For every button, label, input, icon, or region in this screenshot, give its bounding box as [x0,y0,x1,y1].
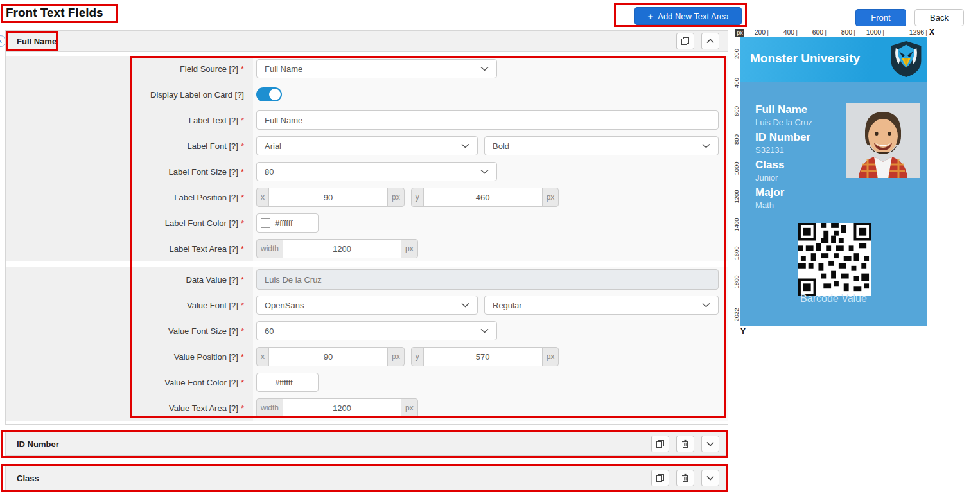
x-tick: 800 [825,28,855,36]
width-addon: width [256,239,283,258]
trash-icon [681,473,689,482]
card-field-label: ID Number [755,130,812,144]
delete-button[interactable] [676,470,694,486]
value-text-area-label: Value Text Area [?]* [6,395,253,421]
add-new-text-area-button[interactable]: + Add New Text Area [634,7,742,25]
expand-button[interactable] [701,436,719,452]
card-preview[interactable]: Monster University Full Name Luis De la … [740,37,927,326]
duplicate-button[interactable] [651,470,669,486]
qr-code [798,223,871,296]
y-addon: y [411,347,424,366]
value-font-row: Value Font [?]* OpenSans Regular [6,292,728,318]
card-field-value: Junior [755,172,812,184]
card-field-label: Full Name [755,103,812,116]
x-tick: 1296 [897,28,927,36]
label-position-label: Label Position [?]* [6,184,253,210]
value-text-area-row: Value Text Area [?]* width px [6,395,728,421]
card-field-value: S32131 [755,144,812,157]
value-position-y-input[interactable] [423,347,543,366]
value-font-size-label: Value Font Size [?]* [6,318,253,344]
add-new-text-area-label: Add New Text Area [658,12,728,21]
label-font-color-input[interactable]: #ffffff [256,213,319,233]
id-number-panel-header[interactable]: ID Number [5,432,728,456]
collapse-button[interactable] [701,33,719,49]
label-font-family-select[interactable]: Arial [256,136,478,155]
class-panel-title: Class [14,473,39,483]
label-font-row: Label Font [?]* Arial Bold [6,133,728,159]
card-fields: Full Name Luis De la Cruz ID Number S321… [755,101,812,212]
label-text-label: Label Text [?]* [6,107,253,133]
full-name-panel: Full Name Field Source [?]* Full Na [5,30,728,425]
label-font-color-label: Label Font Color [?]* [6,210,253,236]
copy-icon [681,37,690,46]
field-source-label: Field Source [?]* [6,56,253,82]
display-label-toggle[interactable] [256,87,282,101]
value-text-area-width-input[interactable] [283,398,401,418]
chevron-down-icon [706,475,714,481]
chevron-down-icon [702,303,710,308]
copy-icon [656,439,665,448]
school-logo-icon [889,40,923,78]
label-font-size-select[interactable]: 80 [256,162,497,181]
front-view-button[interactable]: Front [855,9,906,26]
expand-button[interactable] [701,470,719,486]
label-position-x-input[interactable] [268,188,388,207]
value-font-family-select[interactable]: OpenSans [256,296,478,315]
x-tick: 1000 [853,28,884,36]
data-value-label: Data Value [?]* [6,267,253,292]
barcode-value-label: Barcode Value [740,293,927,304]
chevron-left-icon: ‹ [0,37,2,46]
label-settings-group: Field Source [?]* Full Name Display Labe… [6,56,728,261]
chevron-up-icon [706,39,714,44]
label-position-y-input[interactable] [423,188,543,207]
x-addon: x [256,347,269,366]
back-view-button[interactable]: Back [914,9,964,26]
full-name-panel-header[interactable]: Full Name [6,31,728,52]
display-label-row: Display Label on Card [?] [6,82,728,107]
px-addon: px [401,398,418,418]
chevron-down-icon [480,66,489,71]
display-label-label: Display Label on Card [?] [6,82,253,107]
x-tick: 600 [796,28,827,36]
value-font-color-row: Value Font Color [?]* #ffffff [6,369,728,395]
class-panel-header[interactable]: Class [5,466,728,490]
value-font-weight-select[interactable]: Regular [484,296,719,315]
px-addon: px [387,347,405,366]
x-addon: x [256,188,269,207]
data-value-row: Data Value [?]* Luis De la Cruz [6,267,728,292]
px-addon: px [542,188,559,207]
toggle-knob [269,89,281,100]
label-text-area-label: Label Text Area [?]* [6,236,253,261]
full-name-panel-title: Full Name [14,37,57,46]
card-field-value: Math [755,199,812,212]
value-font-size-select[interactable]: 60 [256,321,497,340]
y-axis-label: Y [740,327,746,336]
value-font-label: Value Font [?]* [6,292,253,318]
px-addon: px [387,188,405,207]
value-position-x-input[interactable] [268,347,388,366]
width-addon: width [256,398,283,418]
px-addon: px [542,347,559,366]
label-font-weight-select[interactable]: Bold [484,136,719,155]
data-value-input: Luis De la Cruz [256,269,719,290]
card-field-value: Luis De la Cruz [755,116,812,129]
value-position-row: Value Position [?]* x px y px [6,344,728,369]
student-photo [846,103,920,178]
full-name-panel-body: Field Source [?]* Full Name Display Labe… [6,52,728,424]
label-font-color-row: Label Font Color [?]* #ffffff [6,210,728,236]
page-title: Front Text Fields [6,6,103,20]
field-source-select[interactable]: Full Name [256,59,497,78]
card-field-label: Major [755,186,812,199]
duplicate-button[interactable] [676,33,694,49]
chevron-down-icon [480,169,489,174]
trash-icon [681,439,689,448]
delete-button[interactable] [676,436,694,452]
value-font-color-input[interactable]: #ffffff [256,373,319,392]
x-tick: 200 [738,28,769,36]
plus-icon: + [647,12,653,21]
color-swatch [261,218,270,228]
label-text-area-width-input[interactable] [283,239,401,258]
duplicate-button[interactable] [651,436,669,452]
chevron-down-icon [480,328,489,333]
label-text-input[interactable] [256,110,719,130]
